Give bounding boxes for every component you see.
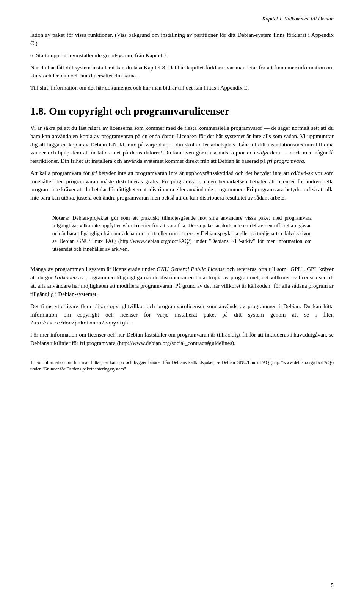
body-para-1: Vi är säkra på att du läst några av lice… (30, 124, 334, 165)
italic-kallkoden: källkoden (55, 274, 77, 280)
intro-para-4: Till slut, information om det här dokume… (30, 84, 334, 92)
note-box: Notera: Debian-projektet gör som ett pra… (46, 209, 318, 258)
italic-gpl: GNU General Public License (157, 266, 225, 272)
body-para-4: Det finns ytterligare flera olika copyri… (30, 302, 334, 327)
intro-para-1: lation av paket för vissa funktioner. (V… (30, 31, 334, 48)
footnote-separator (30, 357, 91, 357)
intro-section: lation av paket för vissa funktioner. (V… (30, 31, 334, 92)
header-text: Kapitel 1. Välkommen till Debian (262, 16, 334, 22)
body-para-5: För mer information om licenser och hur … (30, 331, 334, 348)
footnote-number: 1. (30, 360, 34, 365)
intro-para-2: 6. Starta upp ditt nyinstallerade grunds… (30, 52, 334, 60)
contrib-code: contrib (136, 231, 157, 237)
section-heading: 1.8. Om copyright och programvarulicense… (30, 104, 334, 118)
footnote-1: 1. För information om hur man hittar, pa… (30, 359, 334, 373)
section-number: 1.8. (30, 105, 46, 117)
nonfree-code: non-free (169, 231, 193, 237)
footnote-content: För information om hur man hittar, packa… (30, 360, 334, 372)
note-label: Notera: (52, 215, 70, 221)
page-header: Kapitel 1. Välkommen till Debian (30, 15, 334, 24)
page: Kapitel 1. Välkommen till Debian lation … (0, 0, 364, 600)
footnote-ref-1: 1 (270, 282, 272, 286)
italic-fri-programvara: fri programvara (267, 158, 304, 164)
body-para-3: Många av programmen i system är licensie… (30, 265, 334, 299)
page-number: 5 (331, 582, 334, 589)
italic-salja: sälja (257, 150, 268, 156)
body-para-2: Att kalla programvara för fri betyder in… (30, 169, 334, 202)
note-text: Notera: Debian-projektet gör som ett pra… (52, 214, 312, 253)
section-title: Om copyright och programvarulicenser (49, 105, 229, 117)
italic-fri: fri (91, 170, 97, 176)
intro-para-3: När du har fått ditt system installerat … (30, 64, 334, 80)
copyright-path: /usr/share/doc/paketnamn/copyright (30, 320, 131, 326)
